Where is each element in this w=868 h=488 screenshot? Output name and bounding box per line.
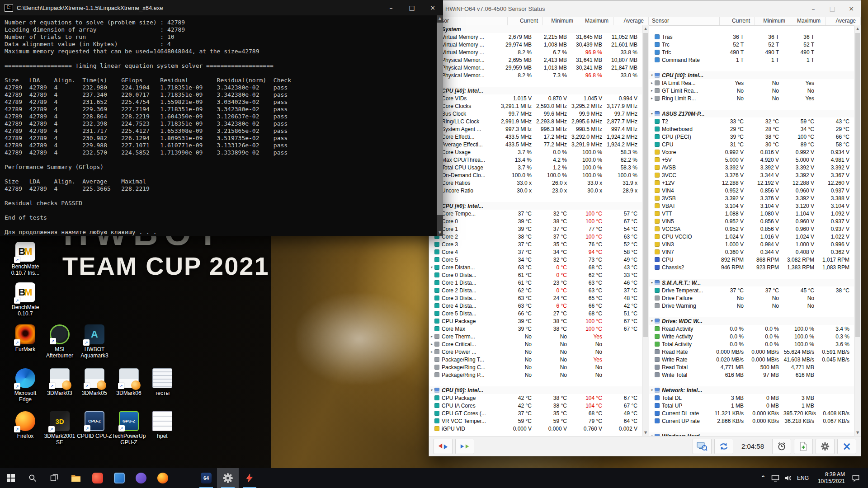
sensor-row[interactable]: Virtual Memory ...8.2 %6.7 %96.9 %33.8 % [429,48,642,56]
collapse-icon[interactable]: ▸ [649,81,655,85]
sensor-row[interactable]: CPU Package39 °C38 °C100 °C67 °C [429,317,642,325]
alarm-button[interactable] [772,439,791,454]
sensor-group-row[interactable]: ▾ASUS Z170M-P... [649,110,854,117]
sensor-row[interactable]: ▾Core Distan...63 °C0 °C68 °C43 °C [429,263,642,271]
sensor-row[interactable]: Command Rate1 T1 T1 T [649,56,854,64]
add-sensor-button[interactable] [794,439,813,454]
sensor-row[interactable]: Core 238 °C37 °C100 °C63 °C [429,233,642,240]
sensor-group-row[interactable]: ▾CPU [#0]: Intel... [429,202,642,210]
sensor-row[interactable]: Drive FailureNoNoNo [649,294,854,302]
sensor-row[interactable]: AVSB3.392 V3.392 V3.392 V3.392 V [649,164,854,171]
expand-icon[interactable]: ▾ [429,265,434,269]
sensor-row[interactable]: VIN70.360 V0.344 V0.408 V0.362 V [649,248,854,256]
sensor-row[interactable]: CPU892 RPM868 RPM3,082 RPM1,017 RPM [649,256,854,263]
sensor-row[interactable]: CPU VCCIO1.024 V1.016 V1.024 V1.022 V [649,233,854,240]
collapse-icon[interactable]: ▸ [649,89,655,93]
show-desktop-button[interactable] [865,468,868,488]
sensor-row[interactable]: Physical Memor...2,695 MB2,413 MB31,641 … [429,56,642,64]
sensor-row[interactable]: 3VSB3.392 V3.376 V3.392 V3.388 V [649,194,854,202]
sensor-row[interactable]: Current DL rate11.321 KB/s0.000 KB/s395.… [649,409,854,417]
sensor-row[interactable]: Write Total616 MB97 MB616 MB [649,371,854,379]
sensor-row[interactable]: VIN40.952 V0.856 V0.960 V0.937 V [649,187,854,194]
column-header-average[interactable]: Average [826,17,861,25]
scroll-up-icon[interactable]: ▲ [854,25,861,32]
desktop-icon-benchmate-installer[interactable]: BM↗BenchMate0.10.7 Ins... [6,242,45,276]
sensor-row[interactable]: Vcore0.992 V0.816 V0.992 V0.934 V [649,148,854,156]
sensor-row[interactable]: Core 5 Dista...66 °C27 °C68 °C51 °C [429,310,642,317]
sensor-group-row[interactable]: ▾Windows Hard... [649,432,854,436]
expand-icon[interactable]: ▾ [429,388,434,392]
sensor-group-row[interactable]: ▾Drive: WDC W... [649,317,854,325]
sensor-group-row[interactable]: ▾System [429,25,642,33]
desktop-icon-hwbot-aquamark3[interactable]: A↗HWBOTAquamark3 [75,324,114,359]
sensor-row[interactable]: VCCSA0.952 V0.856 V0.960 V0.937 V [649,225,854,233]
taskbar-search-button[interactable] [22,468,43,488]
layout-button[interactable] [455,439,474,454]
sensor-row[interactable]: Core 0 Dista...61 °C0 °C62 °C33 °C [429,271,642,279]
sensor-row[interactable]: T233 °C32 °C59 °C43 °C [649,117,854,125]
sensor-row[interactable]: Ring/LLC Clock2,991.9 MHz2,293.8 MHz2,99… [429,117,642,125]
scroll-up-icon[interactable]: ▲ [642,25,649,32]
sensor-row[interactable]: Core 337 °C35 °C76 °C52 °C [429,240,642,248]
scroll-up-icon[interactable]: ▲ [437,15,443,22]
sensor-row[interactable]: iGPU VID0.000 V0.000 V0.760 V0.002 V [429,425,642,432]
sensor-row[interactable]: +12V12.288 V12.192 V12.288 V12.260 V [649,179,854,187]
sensor-row[interactable]: Max CPU/Threa...13.4 %4.2 %100.0 %62.2 % [429,156,642,164]
desktop-icon-3dmark03[interactable]: ↗3DMark03 [40,368,79,396]
taskbar-hwinfo-button[interactable] [217,468,239,488]
sensor-row[interactable]: Write Rate0.020 MB/s0.000 MB/s41.603 MB/… [649,356,854,363]
sensor-row[interactable]: Tras36 T36 T36 T [649,33,854,41]
sensor-row[interactable]: Core 139 °C37 °C77 °C54 °C [429,225,642,233]
collapse-icon[interactable]: ▸ [649,96,655,100]
expand-icon[interactable]: ▾ [649,73,655,77]
sensor-row[interactable]: ▸Core Effecti...433.5 MHz17.2 MHz3,292.0… [429,133,642,141]
expand-icon[interactable]: ▾ [649,281,655,285]
desktop-icon-msi-afterburner[interactable]: ↗MSIAfterburner [40,324,79,359]
sensor-row[interactable]: Current UP rate2.866 KB/s0.000 KB/s36.21… [649,417,854,425]
sensor-row[interactable]: On-Demand Clo...100.0 %100.0 %100.0 %100… [429,171,642,179]
right-panel-scrollbar[interactable]: ▲ ▼ [854,25,861,436]
column-header-maximum[interactable]: Maximum [790,17,826,25]
taskbar-file-explorer-button[interactable] [65,468,87,488]
column-header-current[interactable]: Current [720,17,755,25]
sensor-row[interactable]: Chassis2946 RPM923 RPM1,383 RPM1,083 RPM [649,263,854,271]
scroll-down-icon[interactable]: ▼ [854,429,861,436]
sensor-row[interactable]: Total Activity0.0 %0.0 %100.0 %3.6 % [649,340,854,348]
sensor-row[interactable]: System Agent ...997.3 MHz996.3 MHz998.5 … [429,125,642,133]
swap-columns-button[interactable] [434,439,453,454]
sensor-row[interactable]: Core 039 °C38 °C100 °C67 °C [429,217,642,225]
sensor-row[interactable]: Virtual Memory ...29,974 MB1,008 MB30,43… [429,41,642,48]
sensor-row[interactable]: CPU31 °C30 °C89 °C58 °C [649,141,854,148]
left-panel-scrollbar[interactable]: ▲ ▼ [642,25,649,436]
sensor-row[interactable]: CPU IA Cores42 °C38 °C104 °C67 °C [429,402,642,409]
column-header-sensor[interactable]: Sensor [649,17,720,25]
collapse-icon[interactable]: ▸ [429,334,434,338]
sensor-row[interactable]: ▾Core Tempe...37 °C32 °C100 °C57 °C [429,210,642,217]
sensor-row[interactable]: Trc52 T52 T52 T [649,41,854,48]
desktop-icon-cpuid-cpuz[interactable]: CPU-Z↗CPUID CPU-Z [75,411,114,439]
sensor-row[interactable]: CPU GT Cores (...37 °C35 °C68 °C49 °C [429,409,642,417]
remote-monitor-button[interactable] [693,439,712,454]
sensor-row[interactable]: Uncore Ratio30.0 x23.0 x30.0 x28.9 x [429,187,642,194]
taskbar-cpuz-64-button[interactable]: 64 [195,468,217,488]
column-header-maximum[interactable]: Maximum [578,17,613,25]
taskbar-app-purple-button[interactable] [130,468,152,488]
sensor-row[interactable]: ▸Core Ratios33.0 x26.0 x33.0 x31.9 x [429,179,642,187]
sensor-row[interactable]: VIN31.000 V0.984 V1.000 V0.996 V [649,240,854,248]
sensor-row[interactable]: Drive Temperat...37 °C37 °C45 °C38 °C [649,286,854,294]
sensor-group-row[interactable]: ▾S.M.A.R.T.: W... [649,279,854,286]
sensor-row[interactable]: Average Effecti...433.5 MHz77.2 MHz3,291… [429,141,642,148]
sensor-row[interactable]: Total CPU Usage3.7 %1.2 %100.0 %58.3 % [429,164,642,171]
sensor-row[interactable]: Core 4 Dista...63 °C6 °C66 °C42 °C [429,302,642,310]
scrollbar-thumb[interactable] [855,33,860,337]
taskbar-start-button[interactable] [0,468,22,488]
scroll-down-icon[interactable]: ▼ [437,230,443,236]
scrollbar-thumb[interactable] [437,23,443,215]
close-sensors-button[interactable]: × [837,439,856,454]
sensor-group-row[interactable]: ▾CPU [#0]: Intel... [429,386,642,394]
column-header-minimum[interactable]: Minimum [755,17,790,25]
sensor-row[interactable]: 3VCC3.376 V3.344 V3.392 V3.367 V [649,171,854,179]
hidden-icons-caret[interactable]: ^ [757,468,769,488]
sensor-row[interactable]: Core 437 °C34 °C94 °C58 °C [429,248,642,256]
hwinfo-close-button[interactable]: × [842,0,861,17]
